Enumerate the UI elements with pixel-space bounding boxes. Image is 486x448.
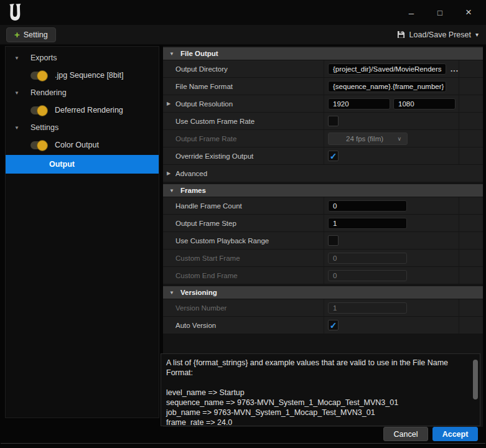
- help-text-line: A list of {format_strings} and example v…: [166, 358, 471, 378]
- format-strings-help-box: A list of {format_strings} and example v…: [161, 353, 480, 426]
- resolution-width-field[interactable]: 1920: [328, 98, 390, 110]
- tree-group-label: Exports: [30, 54, 57, 62]
- use-custom-frame-rate-checkbox[interactable]: ✓: [328, 116, 339, 126]
- close-button[interactable]: ×: [459, 4, 479, 21]
- add-setting-label: Setting: [24, 30, 48, 39]
- output-frame-rate-dropdown[interactable]: 24 fps (film) ∨: [328, 133, 408, 145]
- settings-tree-sidebar: ▼ Exports .jpg Sequence [8bit] ▼ Renderi…: [5, 46, 159, 418]
- save-icon: [397, 30, 405, 39]
- output-directory-label: Output Directory: [175, 65, 228, 73]
- override-existing-output-checkbox[interactable]: ✓: [328, 151, 339, 161]
- help-text-line: frame_rate => 24.0: [166, 418, 471, 426]
- tree-item-label: .jpg Sequence [8bit]: [55, 71, 124, 80]
- chevron-down-icon: ▼: [169, 51, 177, 57]
- file-name-format-field[interactable]: {sequence_name}.{frame_number}: [328, 81, 446, 92]
- cancel-button[interactable]: Cancel: [383, 427, 428, 441]
- output-resolution-label: Output Resolution: [175, 100, 233, 108]
- tree-item-label: Output: [49, 160, 75, 169]
- row-custom-start-frame: Custom Start Frame 0: [163, 250, 483, 267]
- dropdown-chevron-icon: ∨: [397, 136, 401, 142]
- section-title: Frames: [180, 187, 206, 194]
- row-output-frame-step: Output Frame Step 1: [163, 215, 483, 232]
- preset-label: Load/Save Preset: [409, 30, 471, 39]
- handle-frame-count-field[interactable]: 0: [328, 200, 407, 212]
- row-auto-version: Auto Version ✓: [163, 317, 483, 334]
- add-setting-button[interactable]: + Setting: [6, 27, 56, 42]
- window-controls: – □ ×: [401, 4, 486, 21]
- accept-button[interactable]: Accept: [432, 427, 478, 441]
- use-custom-playback-range-checkbox[interactable]: ✓: [328, 235, 339, 246]
- tree-item-color-output[interactable]: Color Output: [6, 136, 159, 154]
- custom-start-frame-label: Custom Start Frame: [175, 254, 240, 262]
- row-output-directory: Output Directory {project_dir}/Saved/Mov…: [163, 60, 483, 78]
- help-text-line: level_name => Startup: [166, 388, 471, 398]
- chevron-down-icon: ▼: [169, 290, 177, 296]
- check-icon: ✓: [330, 152, 337, 161]
- row-output-frame-rate: Output Frame Rate 24 fps (film) ∨: [163, 130, 483, 147]
- maximize-button[interactable]: □: [430, 4, 450, 21]
- title-bar: – □ ×: [0, 0, 486, 25]
- help-text-line: job_name => 9763-MVN_System_1_Mocap_Test…: [166, 408, 471, 418]
- row-override-existing-output: Override Existing Output ✓: [163, 147, 483, 165]
- chevron-down-icon: ▼: [14, 90, 23, 96]
- row-advanced-expander[interactable]: ▶ Advanced: [163, 165, 483, 182]
- caret-down-icon: ▾: [475, 31, 479, 38]
- row-custom-end-frame: Custom End Frame 0: [163, 267, 483, 284]
- row-output-resolution: ▶ Output Resolution 1920 1080: [163, 95, 483, 113]
- toolbar: + Setting Load/Save Preset ▾: [0, 25, 486, 45]
- description-scrollbar[interactable]: [473, 360, 478, 399]
- toggle-on-icon[interactable]: [30, 106, 47, 114]
- unreal-engine-logo-icon: [7, 4, 24, 21]
- tree-item-label: Deferred Rendering: [55, 106, 123, 114]
- minimize-button[interactable]: –: [401, 4, 421, 21]
- version-number-field: 1: [328, 302, 407, 314]
- tree-item-output-selected[interactable]: Output: [6, 155, 159, 174]
- section-title: Versioning: [180, 289, 217, 296]
- handle-frame-count-label: Handle Frame Count: [175, 202, 242, 210]
- tree-group-label: Settings: [30, 123, 58, 132]
- tree-item-jpg-sequence[interactable]: .jpg Sequence [8bit]: [6, 67, 159, 84]
- section-header-frames[interactable]: ▼ Frames: [163, 184, 483, 197]
- check-icon: ✓: [330, 321, 337, 330]
- chevron-down-icon: ▼: [169, 188, 177, 194]
- auto-version-checkbox[interactable]: ✓: [328, 320, 339, 330]
- tree-item-label: Color Output: [55, 141, 99, 149]
- chevron-down-icon: ▼: [14, 125, 23, 131]
- tree-group-exports[interactable]: ▼ Exports: [6, 49, 159, 67]
- row-use-custom-playback-range: Use Custom Playback Range ✓: [163, 232, 483, 250]
- window-bottom-border: [1, 443, 485, 444]
- tree-group-settings[interactable]: ▼ Settings: [6, 119, 159, 136]
- row-use-custom-frame-rate: Use Custom Frame Rate ✓: [163, 113, 483, 130]
- expand-arrow-icon: ▶: [167, 170, 171, 176]
- row-file-name-format: File Name Format {sequence_name}.{frame_…: [163, 78, 483, 95]
- custom-end-frame-label: Custom End Frame: [175, 272, 238, 279]
- auto-version-label: Auto Version: [175, 322, 216, 329]
- file-name-format-label: File Name Format: [175, 83, 233, 90]
- section-header-versioning[interactable]: ▼ Versioning: [163, 286, 483, 299]
- help-text-line: sequence_name => 9763-MVN_System_1_Mocap…: [166, 398, 471, 408]
- output-frame-rate-label: Output Frame Rate: [175, 135, 236, 142]
- dialog-footer: Cancel Accept: [383, 427, 478, 441]
- tree-group-label: Rendering: [30, 88, 67, 97]
- movie-render-queue-settings-window: – □ × + Setting Load/Save Preset ▾ ▼ Exp…: [0, 0, 486, 448]
- dropdown-value: 24 fps (film): [346, 135, 383, 142]
- row-version-number: Version Number 1: [163, 299, 483, 317]
- chevron-down-icon: ▼: [14, 55, 23, 61]
- browse-directory-button[interactable]: ...: [451, 65, 459, 73]
- override-existing-output-label: Override Existing Output: [175, 152, 253, 160]
- output-directory-field[interactable]: {project_dir}/Saved/MovieRenders: [328, 63, 446, 75]
- expand-arrow-icon[interactable]: ▶: [167, 101, 171, 106]
- tree-item-deferred-rendering[interactable]: Deferred Rendering: [6, 101, 159, 119]
- resolution-height-field[interactable]: 1080: [393, 98, 456, 110]
- toggle-on-icon[interactable]: [30, 141, 47, 149]
- section-header-file-output[interactable]: ▼ File Output: [163, 47, 483, 60]
- advanced-label: Advanced: [175, 170, 207, 177]
- load-save-preset-button[interactable]: Load/Save Preset ▾: [397, 30, 479, 39]
- tree-group-rendering[interactable]: ▼ Rendering: [6, 84, 159, 101]
- toggle-on-icon[interactable]: [30, 72, 47, 80]
- custom-end-frame-field: 0: [328, 270, 407, 281]
- plus-icon: +: [14, 30, 20, 39]
- output-frame-step-field[interactable]: 1: [328, 218, 407, 229]
- custom-start-frame-field: 0: [328, 253, 407, 264]
- help-text-line: [166, 378, 471, 388]
